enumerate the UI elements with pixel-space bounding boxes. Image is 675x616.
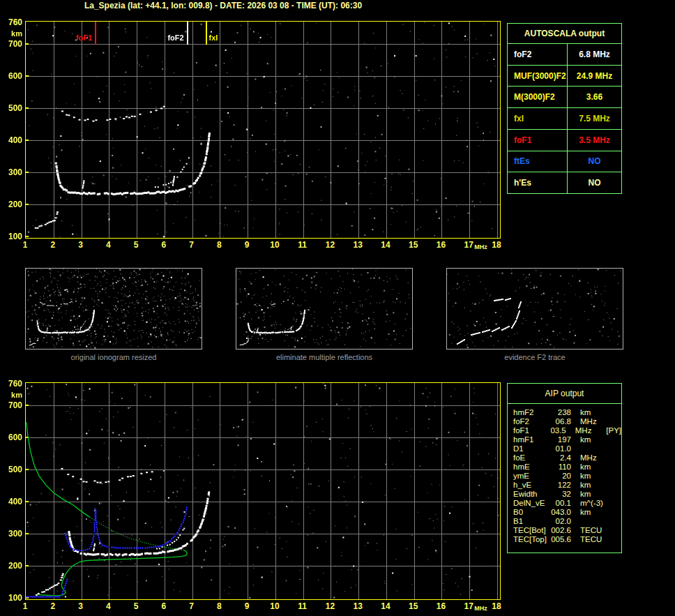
aip-param-label: foF2 bbox=[513, 417, 549, 426]
aip-row-ewidth: Ewidth32km bbox=[513, 490, 621, 499]
autoscala-row-muf3000f2: MUF(3000)F224.9 MHz bbox=[508, 65, 621, 87]
autoscala-row-fof2: foF26.8 MHz bbox=[508, 43, 621, 65]
top-plot-x-tick-label: 8 bbox=[211, 240, 227, 250]
aip-row-d1: D101.0 bbox=[513, 444, 621, 453]
aip-param-unit: km bbox=[580, 481, 608, 490]
bottom-plot-y-tick-label: 400 bbox=[1, 497, 22, 506]
aip-param-unit: MHz bbox=[580, 453, 608, 463]
aip-param-unit: MHz bbox=[580, 417, 608, 426]
aip-row-b0: B0043.0km bbox=[513, 508, 621, 517]
autoscala-param-label: foF1 bbox=[508, 130, 568, 151]
bottom-plot-y-tick-label: 500 bbox=[1, 465, 22, 474]
autoscala-row-ftes: ftEsNO bbox=[508, 151, 621, 172]
top-plot-x-tick-label: 10 bbox=[266, 240, 283, 250]
autoscala-param-value: 24.9 MHz bbox=[568, 66, 621, 87]
thumbnail-caption-original: original ionogram resized bbox=[25, 353, 202, 361]
aip-param-value: 122 bbox=[549, 481, 571, 490]
autoscala-row-hes: h'EsNO bbox=[508, 172, 621, 193]
aip-param-value: 00.1 bbox=[549, 499, 571, 508]
bottom-plot-x-tick-label: 18 bbox=[488, 601, 505, 611]
autoscala-output-table: AUTOSCALA output foF26.8 MHzMUF(3000)F22… bbox=[507, 23, 622, 194]
bottom-plot-x-tick-label: 11 bbox=[294, 601, 311, 611]
bottom-plot-x-axis-unit: MHz bbox=[474, 605, 487, 612]
autoscala-param-value: NO bbox=[568, 172, 621, 193]
aip-output-table: AIP output hmF2238kmfoF206.8MHzfoF103.5M… bbox=[507, 383, 622, 553]
thumbnail-original-ionogram bbox=[25, 268, 202, 350]
aip-param-label: B0 bbox=[513, 508, 549, 517]
aip-param-unit bbox=[580, 517, 608, 526]
aip-param-unit: TECU bbox=[580, 526, 608, 535]
top-plot-x-tick-label: 11 bbox=[294, 240, 311, 250]
bottom-plot-x-tick-label: 7 bbox=[183, 601, 200, 611]
bottom-plot-x-tick-label: 14 bbox=[377, 601, 394, 611]
autoscala-param-label: MUF(3000)F2 bbox=[508, 66, 568, 87]
bottom-plot-x-tick-label: 10 bbox=[266, 601, 283, 611]
aip-table-rows: hmF2238kmfoF206.8MHzfoF103.5MHz[PY]hmF11… bbox=[508, 404, 621, 544]
autoscala-table-header: AUTOSCALA output bbox=[508, 24, 621, 43]
bottom-plot-x-tick-label: 1 bbox=[17, 601, 33, 611]
autoscala-param-value: 6.8 MHz bbox=[568, 44, 621, 65]
top-plot-x-axis-unit: MHz bbox=[474, 243, 487, 250]
bottom-plot-x-tick-label: 15 bbox=[405, 601, 422, 611]
bottom-plot-x-tick-label: 9 bbox=[238, 601, 255, 611]
top-plot-x-tick-label: 3 bbox=[73, 240, 89, 250]
aip-param-label: hmE bbox=[513, 463, 549, 472]
aip-param-label: h_vE bbox=[513, 481, 549, 490]
bottom-plot-x-tick-label: 6 bbox=[156, 601, 172, 611]
aip-row-b1: B102.0 bbox=[513, 517, 621, 526]
aip-row-yme: ymE20km bbox=[513, 472, 621, 481]
autoscala-row-m3000f2: M(3000)F23.66 bbox=[508, 86, 621, 107]
page-title: La_Spezia (lat: +44.1, lon: 009.8) - DAT… bbox=[0, 1, 446, 10]
bottom-plot-x-tick-label: 3 bbox=[73, 601, 89, 611]
aip-param-value: 002.6 bbox=[549, 526, 571, 535]
bottom-plot-y-tick-label: 300 bbox=[1, 529, 22, 539]
aip-param-label: foF1 bbox=[513, 426, 546, 435]
top-plot-x-tick-label: 2 bbox=[45, 240, 61, 250]
bottom-plot-x-tick-label: 8 bbox=[211, 601, 227, 611]
thumbnail-evidence-f2-trace bbox=[446, 268, 623, 350]
aip-param-note: [PY] bbox=[606, 426, 621, 435]
aip-param-unit: km bbox=[580, 490, 608, 499]
top-plot-y-axis-unit: km bbox=[1, 29, 22, 38]
marker-label-foF1: foF1 bbox=[64, 33, 92, 42]
aip-param-label: B1 bbox=[513, 517, 549, 526]
aip-param-value: 02.0 bbox=[549, 517, 571, 526]
aip-param-label: hmF1 bbox=[513, 435, 549, 444]
aip-param-unit: km bbox=[580, 472, 608, 481]
bottom-plot-y-tick-label: 600 bbox=[1, 433, 22, 442]
bottom-ionogram-canvas bbox=[25, 382, 501, 600]
aip-row-tectop: TEC[Top]005.6TECU bbox=[513, 535, 621, 544]
aip-row-fof2: foF206.8MHz bbox=[513, 417, 621, 426]
autoscala-param-value: 7.5 MHz bbox=[568, 108, 621, 129]
autoscala-param-value: NO bbox=[568, 151, 621, 172]
aip-param-label: TEC[Bot] bbox=[513, 526, 549, 535]
top-plot-x-tick-label: 16 bbox=[432, 240, 449, 250]
top-plot-x-tick-label: 9 bbox=[238, 240, 255, 250]
aip-param-label: D1 bbox=[513, 444, 549, 453]
aip-param-value: 197 bbox=[549, 435, 571, 444]
aip-table-header: AIP output bbox=[508, 384, 621, 404]
bottom-plot-x-tick-label: 16 bbox=[432, 601, 449, 611]
aip-param-unit: km bbox=[580, 435, 608, 444]
autoscala-row-fxi: fxI7.5 MHz bbox=[508, 107, 621, 129]
bottom-plot-x-tick-label: 4 bbox=[100, 601, 116, 611]
aip-row-fof1: foF103.5MHz[PY] bbox=[513, 426, 621, 435]
aip-param-value: 01.0 bbox=[549, 444, 571, 453]
top-plot-x-tick-label: 1 bbox=[17, 240, 33, 250]
aip-param-label: Ewidth bbox=[513, 490, 549, 499]
aip-param-unit bbox=[580, 444, 608, 453]
bottom-plot-x-tick-label: 12 bbox=[321, 601, 338, 611]
aip-row-hve: h_vE122km bbox=[513, 481, 621, 490]
aip-row-hmf1: hmF1197km bbox=[513, 435, 621, 444]
aip-param-unit: MHz bbox=[575, 426, 601, 435]
aip-param-value: 20 bbox=[549, 472, 571, 481]
aip-row-foe: foE2.4MHz bbox=[513, 453, 621, 463]
autoscala-param-label: fxI bbox=[508, 108, 568, 129]
aip-param-unit: m^(-3) bbox=[580, 499, 608, 508]
top-plot-x-tick-label: 15 bbox=[405, 240, 422, 250]
aip-param-value: 32 bbox=[549, 490, 571, 499]
top-plot-x-tick-label: 12 bbox=[321, 240, 338, 250]
aip-param-label: TEC[Top] bbox=[513, 535, 549, 544]
autoscala-param-label: M(3000)F2 bbox=[508, 87, 568, 107]
aip-param-unit: km bbox=[580, 408, 608, 417]
